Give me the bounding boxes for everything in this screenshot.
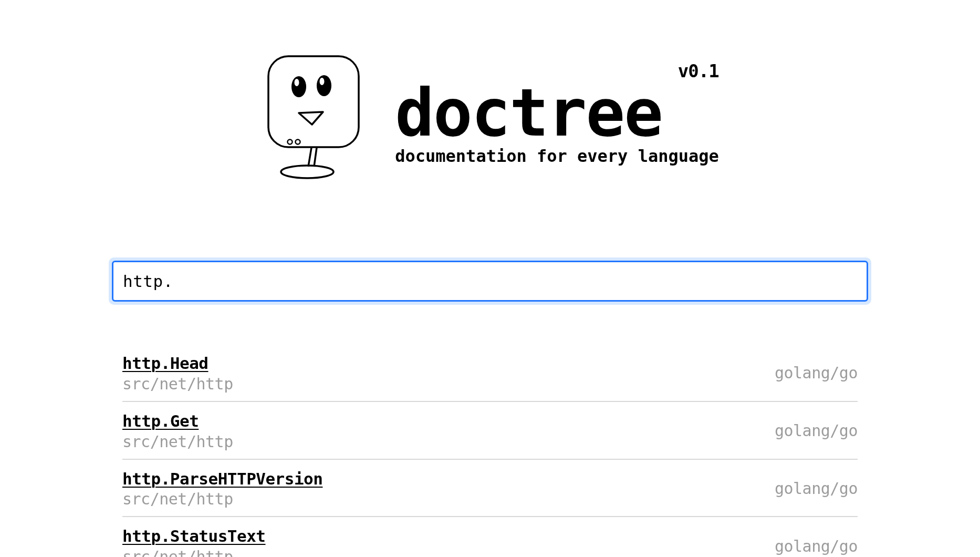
svg-line-7 — [308, 148, 311, 167]
header: v0.1 doctree documentation for every lan… — [261, 50, 719, 181]
app-title: doctree — [395, 79, 719, 147]
result-name[interactable]: http.Head — [122, 353, 233, 374]
result-item[interactable]: http.StatusText src/net/http golang/go — [122, 517, 858, 557]
result-path: src/net/http — [122, 548, 265, 557]
result-name[interactable]: http.StatusText — [122, 526, 265, 546]
search-wrapper — [109, 257, 871, 305]
svg-point-4 — [320, 78, 325, 85]
result-repo: golang/go — [775, 537, 858, 555]
search-input[interactable] — [112, 261, 868, 302]
result-path: src/net/http — [122, 490, 322, 508]
svg-point-3 — [317, 75, 331, 96]
result-name[interactable]: http.Get — [122, 411, 233, 431]
result-item[interactable]: http.ParseHTTPVersion src/net/http golan… — [122, 460, 858, 518]
svg-point-6 — [296, 140, 300, 145]
result-item[interactable]: http.Head src/net/http golang/go — [122, 344, 858, 402]
svg-point-5 — [288, 140, 293, 145]
svg-rect-0 — [268, 56, 359, 147]
app-subtitle: documentation for every language — [395, 146, 719, 166]
result-name[interactable]: http.ParseHTTPVersion — [122, 469, 322, 489]
result-repo: golang/go — [775, 364, 858, 382]
mascot-logo-icon — [261, 50, 366, 181]
result-path: src/net/http — [122, 432, 233, 451]
results-list: http.Head src/net/http golang/go http.Ge… — [122, 344, 858, 557]
result-item[interactable]: http.Get src/net/http golang/go — [122, 402, 858, 460]
result-repo: golang/go — [775, 479, 858, 498]
version-label: v0.1 — [678, 60, 719, 81]
result-path: src/net/http — [122, 375, 233, 393]
result-repo: golang/go — [775, 421, 858, 440]
svg-point-9 — [281, 166, 333, 178]
svg-point-1 — [291, 76, 306, 97]
svg-line-8 — [314, 148, 317, 167]
svg-point-2 — [295, 79, 299, 86]
